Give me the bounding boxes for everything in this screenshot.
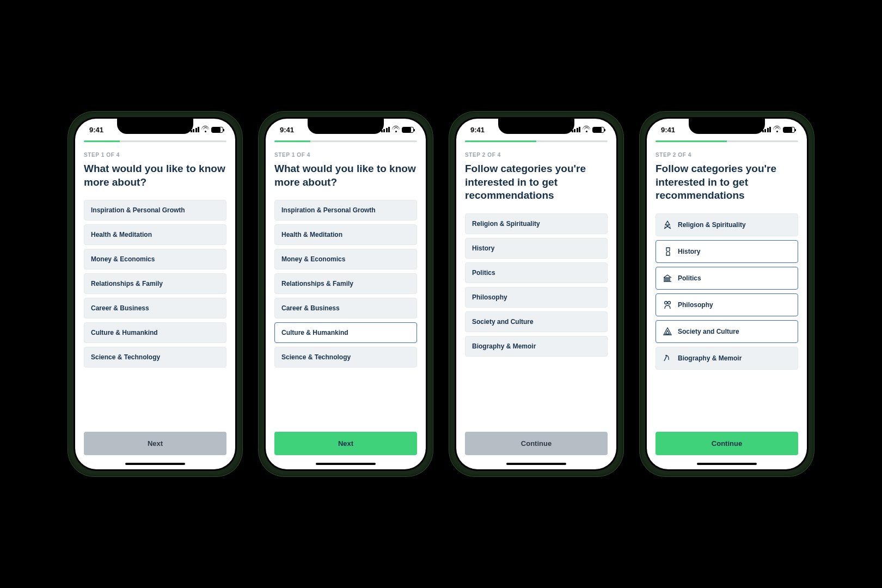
category-option-label: Money & Economics — [281, 255, 345, 263]
category-option[interactable]: Money & Economics — [274, 249, 417, 270]
category-option[interactable]: Inspiration & Personal Growth — [84, 200, 226, 220]
step-label: STEP 1 OF 4 — [84, 152, 226, 158]
step-label: STEP 1 OF 4 — [274, 152, 417, 158]
philosophy-icon — [663, 300, 672, 310]
category-option[interactable]: Biography & Memoir — [656, 347, 798, 370]
option-list: Religion & Spirituality History Politics — [465, 213, 608, 357]
category-option-label: Health & Meditation — [281, 231, 342, 238]
category-option[interactable]: Science & Technology — [84, 347, 226, 367]
category-option[interactable]: Money & Economics — [84, 249, 226, 270]
category-option-label: Inspiration & Personal Growth — [281, 206, 376, 214]
page-title: Follow categories you're interested in t… — [656, 162, 798, 203]
continue-button[interactable]: Continue — [656, 432, 798, 455]
category-option-label: Relationships & Family — [91, 280, 163, 287]
wifi-icon — [583, 127, 590, 132]
category-option-label: Science & Technology — [281, 353, 351, 361]
category-option-label: Religion & Spirituality — [472, 220, 540, 228]
category-option-label: Religion & Spirituality — [678, 221, 746, 229]
category-option[interactable]: Biography & Memoir — [465, 336, 608, 357]
category-option[interactable]: Health & Meditation — [84, 224, 226, 245]
category-option[interactable]: Religion & Spirituality — [656, 213, 798, 236]
politics-icon — [663, 273, 672, 283]
phone-mockup: 9:41 STEP 1 OF 4 What would you like to … — [259, 112, 433, 476]
category-option[interactable]: Culture & Humankind — [84, 322, 226, 343]
status-indicators — [381, 127, 414, 133]
page-title: Follow categories you're interested in t… — [465, 162, 608, 203]
battery-icon — [783, 127, 795, 133]
category-option-label: Culture & Humankind — [91, 329, 158, 336]
category-option-label: History — [678, 248, 700, 255]
category-option-label: Society and Culture — [472, 318, 534, 326]
status-time: 9:41 — [280, 126, 294, 134]
category-option-label: Money & Economics — [91, 255, 155, 263]
category-option-label: Career & Business — [91, 304, 149, 312]
page-title: What would you like to know more about? — [274, 162, 417, 189]
category-option-label: Politics — [678, 274, 701, 282]
phone-mockup: 9:41 STEP 2 OF 4 Follow categories you'r… — [640, 112, 814, 476]
step-label: STEP 2 OF 4 — [656, 152, 798, 158]
option-list: Inspiration & Personal Growth Health & M… — [84, 200, 226, 367]
status-indicators — [572, 127, 605, 133]
next-button[interactable]: Next — [274, 432, 417, 455]
category-option[interactable]: Science & Technology — [274, 347, 417, 367]
category-option-label: Biography & Memoir — [678, 354, 742, 362]
wifi-icon — [201, 127, 209, 132]
option-list: Religion & Spirituality History Politics — [656, 213, 798, 370]
option-list: Inspiration & Personal Growth Health & M… — [274, 200, 417, 367]
category-option-label: Career & Business — [281, 304, 340, 312]
category-option-label: Society and Culture — [678, 328, 739, 335]
home-indicator — [125, 463, 185, 465]
home-indicator — [697, 463, 757, 465]
page-title: What would you like to know more about? — [84, 162, 226, 189]
status-time: 9:41 — [89, 126, 103, 134]
category-option-label: Philosophy — [678, 301, 713, 309]
category-option-label: Culture & Humankind — [281, 329, 348, 336]
status-indicators — [762, 127, 795, 133]
category-option[interactable]: Politics — [465, 262, 608, 283]
device-notch — [117, 119, 193, 134]
battery-icon — [211, 127, 223, 133]
home-indicator — [506, 463, 566, 465]
category-option[interactable]: Career & Business — [84, 298, 226, 318]
category-option[interactable]: Inspiration & Personal Growth — [274, 200, 417, 220]
category-option[interactable]: Politics — [656, 267, 798, 290]
continue-button[interactable]: Continue — [465, 432, 608, 455]
category-option[interactable]: Society and Culture — [656, 320, 798, 343]
category-option[interactable]: Culture & Humankind — [274, 322, 417, 343]
category-option[interactable]: Health & Meditation — [274, 224, 417, 245]
phone-mockup: 9:41 STEP 2 OF 4 Follow categories you'r… — [449, 112, 623, 476]
battery-icon — [592, 127, 604, 133]
step-label: STEP 2 OF 4 — [465, 152, 608, 158]
category-option[interactable]: Relationships & Family — [84, 273, 226, 294]
biography-icon — [663, 353, 672, 363]
category-option-label: Health & Meditation — [91, 231, 152, 238]
category-option-label: Science & Technology — [91, 353, 160, 361]
category-option[interactable]: Philosophy — [656, 293, 798, 316]
spirituality-icon — [663, 220, 672, 230]
category-option[interactable]: Philosophy — [465, 287, 608, 308]
battery-icon — [402, 127, 414, 133]
device-notch — [689, 119, 765, 134]
category-option[interactable]: Career & Business — [274, 298, 417, 318]
category-option[interactable]: Religion & Spirituality — [465, 213, 608, 234]
category-option-label: Biography & Memoir — [472, 342, 536, 350]
category-option-label: Philosophy — [472, 293, 507, 301]
category-option[interactable]: History — [465, 238, 608, 259]
category-option-label: Inspiration & Personal Growth — [91, 206, 185, 214]
wifi-icon — [773, 127, 781, 132]
category-option-label: History — [472, 244, 494, 252]
home-indicator — [316, 463, 376, 465]
category-option[interactable]: Relationships & Family — [274, 273, 417, 294]
device-notch — [498, 119, 574, 134]
society-icon — [663, 327, 672, 336]
phone-mockup: 9:41 STEP 1 OF 4 What would you like to … — [68, 112, 242, 476]
device-notch — [308, 119, 384, 134]
history-icon — [663, 247, 672, 256]
category-option[interactable]: History — [656, 240, 798, 263]
status-time: 9:41 — [661, 126, 675, 134]
category-option-label: Relationships & Family — [281, 280, 353, 287]
status-indicators — [191, 127, 224, 133]
category-option-label: Politics — [472, 269, 495, 277]
next-button[interactable]: Next — [84, 432, 226, 455]
category-option[interactable]: Society and Culture — [465, 311, 608, 332]
